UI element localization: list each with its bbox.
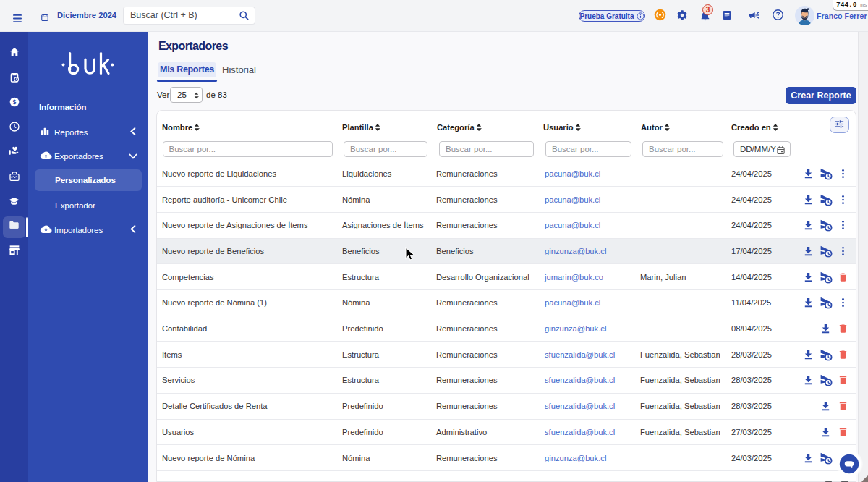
- svg-text:$: $: [12, 98, 16, 106]
